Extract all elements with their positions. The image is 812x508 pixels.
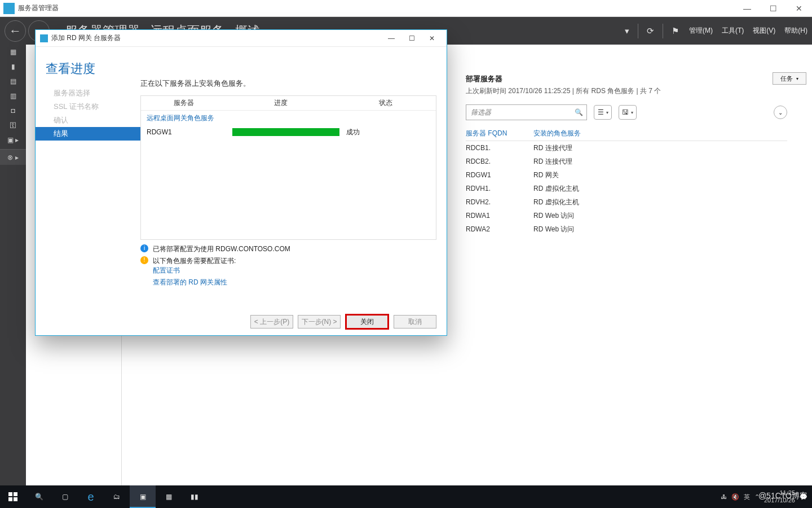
breadcrumb-dropdown-icon[interactable]: ▾: [619, 17, 635, 45]
warning-icon: !: [140, 256, 148, 264]
server-manager-taskbar-icon[interactable]: ▣: [130, 485, 156, 508]
refresh-icon[interactable]: ⟳: [641, 17, 660, 45]
next-button: 下一步(N) >: [298, 315, 341, 329]
step-confirm: 确认: [36, 113, 140, 127]
dialog-heading: 查看进度: [46, 60, 140, 77]
dialog-footer: < 上一步(P) 下一步(N) > 关闭 取消: [36, 308, 447, 335]
row-server: RDGW1: [147, 128, 232, 136]
grid-view-dropdown[interactable]: ☰: [594, 105, 612, 120]
col-role[interactable]: 安装的角色服务: [533, 129, 581, 138]
configure-cert-link[interactable]: 配置证书: [153, 266, 180, 274]
ts-key-icon[interactable]: ⚿: [0, 118, 26, 133]
table-header: 服务器 FQDN 安装的角色服务: [466, 126, 787, 141]
left-toolstrip: ▦ ▮ ▤ ▥ ◘ ⚿ ▣ ▸ ⊗ ▸: [0, 45, 26, 485]
deployment-servers-panel: 部署服务器 上次刷新时间 2017/10/26 11:25:25 | 所有 RD…: [466, 74, 787, 476]
close-button[interactable]: 关闭: [345, 314, 389, 330]
watermark: @51CTO博客: [758, 491, 807, 501]
dialog-steps: 查看进度 服务器选择 SSL 证书名称 确认 结果: [36, 47, 140, 308]
tasks-dropdown[interactable]: 任务: [773, 72, 806, 85]
col-server: 服务器: [141, 98, 227, 108]
filter-input[interactable]: [466, 105, 571, 120]
panel-title: 部署服务器: [466, 74, 787, 84]
info-note: i 已将部署配置为使用 RDGW.CONTOSO.COM: [140, 244, 436, 254]
ts-expand-icon[interactable]: ⊗ ▸: [0, 149, 26, 165]
menu-view[interactable]: 视图(V): [748, 17, 780, 45]
window-maximize-button[interactable]: ☐: [760, 0, 786, 17]
volume-muted-icon[interactable]: 🔇: [731, 493, 739, 501]
col-progress: 进度: [227, 98, 335, 108]
table-row[interactable]: RDVH1.RD 虚拟化主机: [466, 182, 787, 195]
search-icon[interactable]: 🔍: [26, 485, 52, 508]
svg-rect-3: [14, 497, 17, 501]
app-titlebar: 服务器管理器 — ☐ ✕: [0, 0, 812, 17]
window-close-button[interactable]: ✕: [786, 0, 812, 17]
view-deploy-props-link[interactable]: 查看部署的 RD 网关属性: [153, 278, 227, 286]
servers-icon[interactable]: ▮▮: [182, 485, 208, 508]
dialog-subtext: 正在以下服务器上安装角色服务。: [140, 78, 436, 89]
dialog-titlebar: 添加 RD 网关 台服务器 — ☐ ✕: [36, 30, 447, 47]
start-button[interactable]: [0, 485, 26, 508]
table-row[interactable]: RDCB1.RD 连接代理: [466, 141, 787, 155]
table-row[interactable]: RDGW1RD 网关: [466, 168, 787, 182]
table-row[interactable]: RDVH2.RD 虚拟化主机: [466, 195, 787, 209]
app-icon: [3, 3, 15, 14]
progress-table: 服务器 进度 状态 远程桌面网关角色服务 RDGW1 成功: [140, 95, 436, 240]
service-group-label: 远程桌面网关角色服务: [141, 111, 436, 126]
dialog-icon: [40, 34, 48, 42]
menu-manage[interactable]: 管理(M): [685, 17, 717, 45]
notifications-flag-icon[interactable]: ⚑: [666, 17, 685, 45]
table-row[interactable]: RDWA1RD Web 访问: [466, 209, 787, 222]
row-status: 成功: [341, 128, 436, 137]
warning-note: ! 以下角色服务需要配置证书:配置证书: [140, 256, 436, 275]
window-minimize-button[interactable]: —: [734, 0, 760, 17]
step-results: 结果: [36, 127, 140, 141]
ime-indicator[interactable]: 英: [744, 493, 750, 501]
ts-rds-icon[interactable]: ▣ ▸: [0, 133, 26, 147]
app-title: 服务器管理器: [18, 3, 59, 13]
svg-rect-2: [8, 497, 12, 501]
servers-table: 服务器 FQDN 安装的角色服务 RDCB1.RD 连接代理 RDCB2.RD …: [466, 126, 787, 236]
ts-dashboard-icon[interactable]: ▦: [0, 45, 26, 59]
view-props-note: 查看部署的 RD 网关属性: [140, 278, 436, 287]
dialog-title: 添加 RD 网关 台服务器: [51, 33, 121, 43]
step-server-select: 服务器选择: [36, 86, 140, 100]
add-rd-gateway-dialog: 添加 RD 网关 台服务器 — ☐ ✕ 查看进度 服务器选择 SSL 证书名称 …: [35, 29, 447, 336]
hyperv-icon[interactable]: ▦: [156, 485, 182, 508]
ie-icon[interactable]: e: [78, 485, 104, 508]
task-view-icon[interactable]: ▢: [52, 485, 78, 508]
dialog-maximize-button[interactable]: ☐: [401, 30, 422, 46]
ts-iis-icon[interactable]: ◘: [0, 103, 26, 118]
network-icon[interactable]: 🖧: [721, 493, 727, 500]
progress-table-header: 服务器 进度 状态: [141, 96, 436, 111]
cancel-button: 取消: [394, 315, 436, 329]
progress-bar: [232, 128, 339, 136]
menu-help[interactable]: 帮助(H): [780, 17, 812, 45]
nav-back-button[interactable]: ←: [5, 20, 26, 42]
progress-row: RDGW1 成功: [141, 126, 436, 138]
table-row[interactable]: RDWA2RD Web 访问: [466, 222, 787, 236]
svg-rect-1: [14, 492, 17, 496]
save-view-dropdown[interactable]: 🖫: [619, 105, 637, 120]
col-fqdn[interactable]: 服务器 FQDN: [466, 129, 533, 138]
ts-all-servers-icon[interactable]: ▤: [0, 74, 26, 89]
step-ssl-cert: SSL 证书名称: [36, 100, 140, 113]
panel-subtitle: 上次刷新时间 2017/10/26 11:25:25 | 所有 RDS 角色服务…: [466, 86, 787, 96]
svg-rect-0: [8, 492, 12, 496]
table-row[interactable]: RDCB2.RD 连接代理: [466, 155, 787, 168]
expand-panel-button[interactable]: ⌄: [774, 106, 787, 119]
prev-button: < 上一步(P): [250, 315, 293, 329]
taskbar: 🔍 ▢ e 🗂 ▣ ▦ ▮▮ 🖧 🔇 英 ⌃ 11:25 2017/10/26 …: [0, 485, 812, 508]
dialog-minimize-button[interactable]: —: [381, 30, 401, 46]
ts-file-services-icon[interactable]: ▥: [0, 89, 26, 103]
explorer-icon[interactable]: 🗂: [104, 485, 130, 508]
filter-input-wrap: 🔍: [466, 104, 587, 120]
dialog-close-button[interactable]: ✕: [422, 30, 442, 46]
search-icon[interactable]: 🔍: [571, 105, 586, 120]
info-icon: i: [140, 244, 148, 252]
menu-tools[interactable]: 工具(T): [717, 17, 748, 45]
ts-local-server-icon[interactable]: ▮: [0, 59, 26, 74]
col-status: 状态: [335, 98, 436, 108]
